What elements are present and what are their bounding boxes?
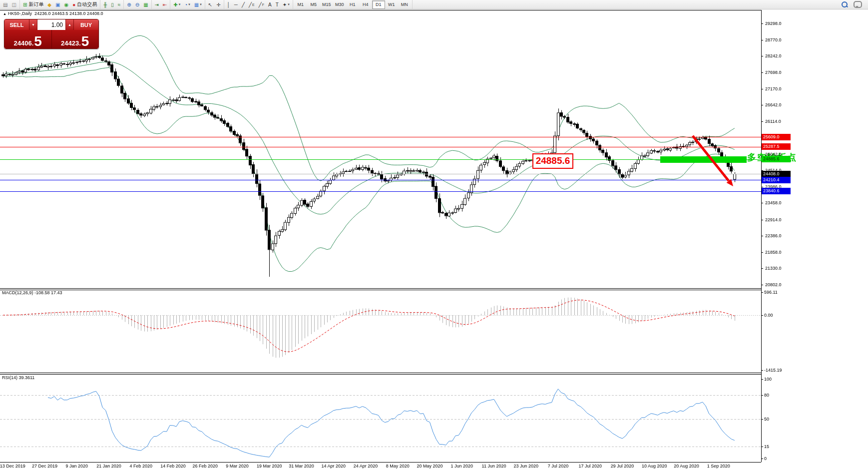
autotrading-icon: ● — [72, 1, 75, 8]
data-feed-button[interactable]: ◉ — [62, 0, 70, 9]
text-button[interactable]: A — [267, 0, 273, 9]
periods-icon: ◔ — [184, 1, 187, 8]
volume-increase-button[interactable]: ▲ — [66, 19, 74, 30]
date-tick-label: 21 Jan 2020 — [91, 464, 127, 469]
timeframe-m30[interactable]: M30 — [333, 0, 346, 9]
data-feed-icon: ◉ — [64, 1, 68, 8]
timeframe-w1[interactable]: W1 — [385, 0, 398, 9]
bar-chart-mode-icon: ╫ — [103, 1, 107, 8]
auto-scroll-button[interactable]: ⇥ — [153, 0, 160, 9]
timeframe-m1[interactable]: M1 — [294, 0, 307, 9]
sell-price-small: 24406. — [14, 40, 34, 47]
price-tick-label: 26114.0 — [765, 119, 795, 124]
vertical-line-button[interactable]: │ — [226, 0, 232, 9]
price-chart-canvas[interactable] — [0, 0, 868, 472]
indicators-button[interactable]: ✚▾ — [172, 0, 182, 9]
collapse-triangle-icon[interactable]: ▲ — [3, 12, 6, 15]
chat-icon[interactable] — [854, 1, 862, 8]
line-chart-mode-icon: ≈ — [118, 1, 121, 8]
sell-price-display[interactable]: 24406. 5 — [4, 30, 52, 48]
arrows-tool-button[interactable]: ✦▾ — [281, 0, 291, 9]
date-tick-label: 7 Jul 2020 — [540, 464, 576, 469]
autotrading-button[interactable]: ●自动交易 — [71, 0, 98, 9]
new-chart-button[interactable]: ▤ — [1, 0, 9, 9]
terminal-button[interactable]: ▣ — [54, 0, 61, 9]
fibonacci-icon: ╱ — [259, 1, 262, 8]
buy-button[interactable]: BUY — [74, 19, 98, 30]
periods-button[interactable]: ◔▾ — [183, 0, 192, 9]
new-order-button[interactable]: ⊞新订单 — [21, 0, 45, 9]
date-tick-label: 20 Aug 2020 — [669, 464, 705, 469]
date-tick-label: 17 Jul 2020 — [572, 464, 608, 469]
date-tick-label: 27 Dec 2019 — [27, 464, 63, 469]
ohlc-values: 24236.0 24463.5 24138.0 24408.0 — [34, 11, 103, 16]
search-icon[interactable] — [842, 1, 848, 7]
date-tick-label: 1 Sep 2020 — [701, 464, 737, 469]
volume-decrease-button[interactable]: ▼ — [29, 19, 37, 30]
zoom-out-button[interactable]: ⊖ — [134, 0, 141, 9]
chart-shift-icon: ⇤ — [163, 1, 167, 8]
trendline-icon: ╱ — [242, 1, 245, 8]
timeframe-mn[interactable]: MN — [398, 0, 411, 9]
rsi-indicator-label: RSI(14) 39.3611 — [2, 375, 34, 380]
volume-input[interactable]: 1.00 — [37, 19, 66, 30]
fibonacci-sub-label: F — [262, 3, 264, 6]
price-annotation-box[interactable]: 24885.6 — [532, 153, 573, 169]
timeframe-d1[interactable]: D1 — [372, 0, 385, 9]
periods-dropdown-icon[interactable]: ▾ — [188, 2, 190, 6]
price-tick-label: 23458.0 — [765, 200, 795, 205]
indicators-dropdown-icon[interactable]: ▾ — [179, 2, 181, 6]
auto-scroll-icon: ⇥ — [155, 1, 159, 8]
date-tick-label: 23 Jun 2020 — [508, 464, 544, 469]
sell-button[interactable]: SELL — [4, 19, 29, 30]
tile-windows-button[interactable]: ▦ — [142, 0, 149, 9]
one-click-trading-panel: SELL ▼ 1.00 ▲ BUY 24406. 5 24423. 5 — [4, 19, 99, 49]
bar-chart-mode-button[interactable]: ╫ — [102, 0, 108, 9]
trading-terminal-window: ▤◫⊞新订单◆▣◉●自动交易╫▯≈⊕⊖▦⇥⇤✚▾◔▾▦▾↖✛│─╱╱E╱FAT✦… — [0, 0, 868, 472]
chart-shift-button[interactable]: ⇤ — [161, 0, 168, 9]
arrows-tool-dropdown-icon[interactable]: ▾ — [288, 2, 290, 6]
rsi-axis-label: 0 — [764, 456, 767, 461]
price-tick-label: 21858.0 — [765, 250, 795, 255]
templates-dropdown-icon[interactable]: ▾ — [200, 2, 202, 6]
candle-chart-mode-button[interactable]: ▯ — [109, 0, 115, 9]
profiles-button[interactable]: ◫ — [10, 0, 17, 9]
date-tick-label: 4 Feb 2020 — [123, 464, 159, 469]
equidistant-channel-sub-label: E — [252, 3, 255, 6]
down-trend-arrow-annotation[interactable] — [689, 133, 737, 190]
price-tick-label: 27170.0 — [765, 86, 795, 91]
line-chart-mode-button[interactable]: ≈ — [116, 0, 122, 9]
profiles-icon: ◫ — [11, 1, 16, 8]
timeframe-m15[interactable]: M15 — [320, 0, 333, 9]
date-tick-label: 14 Apr 2020 — [316, 464, 352, 469]
trendline-button[interactable]: ╱ — [240, 0, 246, 9]
timeframe-h1[interactable]: H1 — [346, 0, 359, 9]
price-tag-24885.6: 24885.6 — [762, 156, 791, 162]
date-tick-label: 9 Jan 2020 — [59, 464, 95, 469]
cursor-button[interactable]: ↖ — [207, 0, 214, 9]
symbol-period-label: HK50-,Daily — [8, 11, 32, 16]
rsi-axis-label: 80 — [764, 393, 769, 398]
timeframe-m5[interactable]: M5 — [307, 0, 320, 9]
price-tag-25609.0: 25609.0 — [762, 134, 791, 140]
text-label-button[interactable]: T — [274, 0, 280, 9]
horizontal-line-button[interactable]: ─ — [233, 0, 239, 9]
rsi-axis-label: 15 — [764, 444, 769, 449]
crosshair-button[interactable]: ✛ — [215, 0, 222, 9]
terminal-icon: ▣ — [55, 1, 60, 8]
fibonacci-button[interactable]: ╱F — [257, 0, 266, 9]
equidistant-channel-icon: ╱ — [249, 1, 252, 8]
templates-button[interactable]: ▦▾ — [193, 0, 203, 9]
timeframe-h4[interactable]: H4 — [359, 0, 372, 9]
equidistant-channel-button[interactable]: ╱E — [247, 0, 256, 9]
tile-windows-icon: ▦ — [143, 1, 148, 8]
price-tick-label: 22386.0 — [765, 233, 795, 238]
price-tag-23840.6: 23840.6 — [762, 188, 791, 194]
crosshair-icon: ✛ — [216, 1, 220, 8]
main-toolbar: ▤◫⊞新订单◆▣◉●自动交易╫▯≈⊕⊖▦⇥⇤✚▾◔▾▦▾↖✛│─╱╱E╱FAT✦… — [0, 0, 868, 9]
metaeditor-button[interactable]: ◆ — [46, 0, 53, 9]
buy-price-display[interactable]: 24423. 5 — [52, 30, 99, 48]
templates-icon: ▦ — [194, 1, 199, 8]
price-tick-label: 21330.0 — [765, 266, 795, 271]
zoom-in-button[interactable]: ⊕ — [125, 0, 132, 9]
